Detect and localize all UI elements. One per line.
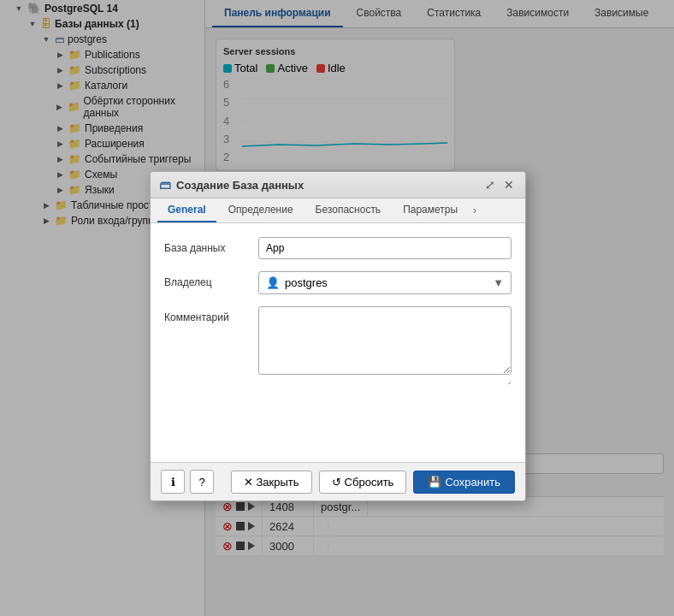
- db-field-label: База данных: [164, 237, 258, 254]
- modal-tab-general[interactable]: General: [157, 198, 216, 222]
- modal-form: База данных Владелец 👤 postgres ▼ Коммен…: [151, 223, 525, 411]
- owner-select-inner: 👤 postgres: [266, 276, 328, 289]
- db-name-input[interactable]: [258, 237, 511, 259]
- reset-label: Сбросить: [345, 476, 394, 489]
- owner-select[interactable]: 👤 postgres ▼: [258, 271, 511, 294]
- modal-tabs: General Определение Безопасность Парамет…: [151, 198, 525, 223]
- save-button[interactable]: 💾 Сохранить: [413, 471, 515, 494]
- resize-handle: ⌟: [258, 376, 511, 385]
- owner-field-label: Владелец: [164, 271, 258, 288]
- modal-controls: ⤢ ✕: [482, 177, 517, 192]
- modal-db-icon: 🗃: [159, 178, 171, 192]
- create-database-modal: 🗃 Создание База данных ⤢ ✕ General Опред…: [150, 171, 526, 501]
- info-button[interactable]: ℹ: [161, 470, 185, 494]
- footer-right: ✕ Закрыть ↺ Сбросить 💾 Сохранить: [231, 471, 515, 494]
- modal-tab-bezopasnost[interactable]: Безопасность: [305, 198, 392, 222]
- reset-icon: ↺: [332, 476, 341, 489]
- modal-footer: ℹ ? ✕ Закрыть ↺ Сбросить 💾 Сохранить: [151, 462, 525, 500]
- save-icon: 💾: [428, 476, 441, 489]
- form-row-owner: Владелец 👤 postgres ▼: [164, 271, 511, 294]
- comment-field-label: Комментарий: [164, 306, 258, 323]
- modal-spacer: [151, 411, 525, 462]
- modal-titlebar: 🗃 Создание База данных ⤢ ✕: [151, 172, 525, 198]
- modal-tab-opredelenie[interactable]: Определение: [218, 198, 304, 222]
- help-button[interactable]: ?: [190, 470, 214, 494]
- form-row-comment: Комментарий ⌟: [164, 306, 511, 385]
- form-row-db: База данных: [164, 237, 511, 259]
- comment-textarea[interactable]: [258, 306, 511, 375]
- owner-value: postgres: [285, 276, 328, 289]
- close-icon: ✕: [244, 476, 253, 489]
- owner-dropdown-arrow: ▼: [493, 276, 504, 289]
- comment-field-control: ⌟: [258, 306, 511, 385]
- modal-tab-parametry[interactable]: Параметры: [393, 198, 468, 222]
- save-label: Сохранить: [445, 476, 500, 489]
- close-label: Закрыть: [257, 476, 299, 489]
- modal-title-text: Создание База данных: [176, 179, 304, 192]
- owner-person-icon: 👤: [266, 276, 280, 289]
- modal-expand-button[interactable]: ⤢: [482, 177, 498, 192]
- modal-title-left: 🗃 Создание База данных: [159, 178, 304, 192]
- more-tabs-icon[interactable]: ›: [470, 199, 480, 222]
- owner-field-control: 👤 postgres ▼: [258, 271, 511, 294]
- modal-close-button[interactable]: ✕: [501, 177, 517, 192]
- db-field-control: [258, 237, 511, 259]
- footer-left: ℹ ?: [161, 470, 214, 494]
- close-button[interactable]: ✕ Закрыть: [231, 471, 312, 494]
- reset-button[interactable]: ↺ Сбросить: [319, 471, 407, 494]
